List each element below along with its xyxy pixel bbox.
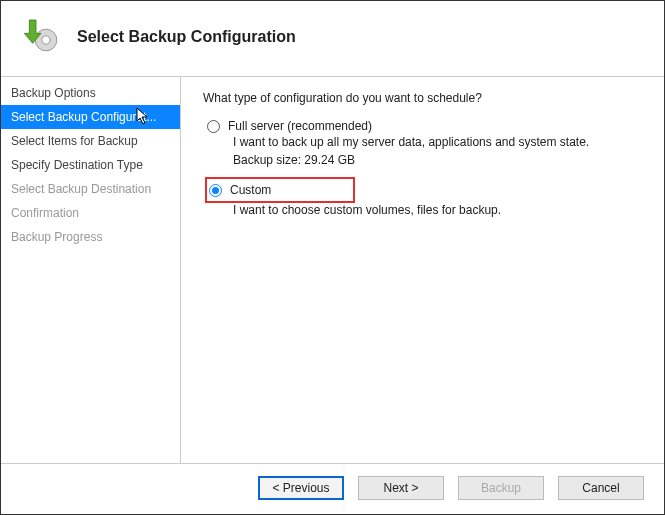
wizard-steps-sidebar: Backup Options Select Backup Configurat.… (1, 77, 181, 463)
config-question: What type of configuration do you want t… (203, 91, 642, 105)
option-full-server[interactable]: Full server (recommended) (207, 117, 642, 135)
wizard-footer: < Previous Next > Backup Cancel (1, 464, 664, 514)
sidebar-item-backup-progress: Backup Progress (1, 225, 180, 249)
next-button[interactable]: Next > (358, 476, 444, 500)
radio-icon[interactable] (207, 120, 220, 133)
option-custom-desc1: I want to choose custom volumes, files f… (233, 203, 642, 217)
option-label: Custom (230, 183, 271, 197)
sidebar-item-select-backup-configuration[interactable]: Select Backup Configurat... (1, 105, 180, 129)
option-custom-highlight: Custom (205, 177, 355, 203)
backup-icon (21, 15, 61, 58)
option-full-desc1: I want to back up all my server data, ap… (233, 135, 642, 149)
page-title: Select Backup Configuration (77, 28, 296, 46)
radio-icon[interactable] (209, 184, 222, 197)
wizard-header: Select Backup Configuration (1, 1, 664, 76)
option-label: Full server (recommended) (228, 119, 372, 133)
sidebar-item-backup-options[interactable]: Backup Options (1, 81, 180, 105)
wizard-content: What type of configuration do you want t… (181, 77, 664, 463)
sidebar-item-select-items[interactable]: Select Items for Backup (1, 129, 180, 153)
backup-button: Backup (458, 476, 544, 500)
sidebar-item-destination-type[interactable]: Specify Destination Type (1, 153, 180, 177)
option-custom[interactable]: Custom (209, 181, 271, 199)
option-full-desc2: Backup size: 29.24 GB (233, 153, 642, 167)
svg-point-1 (42, 36, 50, 44)
sidebar-item-backup-destination: Select Backup Destination (1, 177, 180, 201)
sidebar-item-label: Select Backup Configurat... (11, 110, 156, 124)
sidebar-item-confirmation: Confirmation (1, 201, 180, 225)
cancel-button[interactable]: Cancel (558, 476, 644, 500)
previous-button[interactable]: < Previous (258, 476, 344, 500)
